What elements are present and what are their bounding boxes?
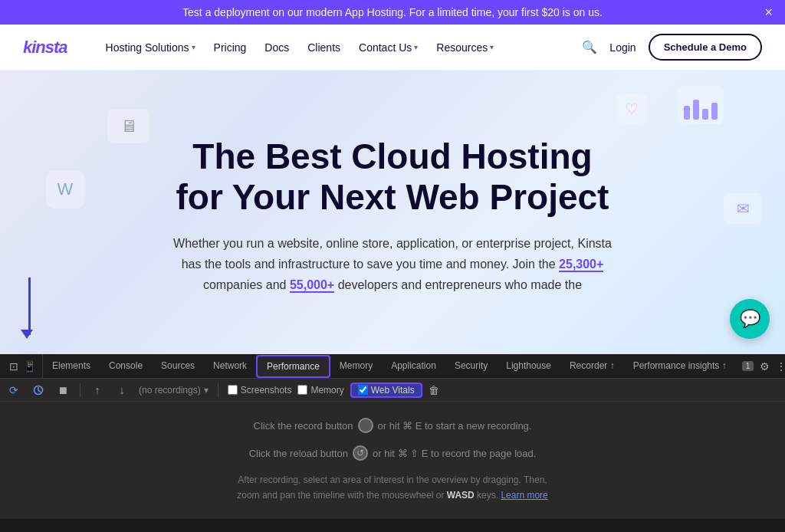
web-vitals-chip[interactable]: Web Vitals (350, 383, 422, 398)
hint-line3: After recording, select an area of inter… (238, 475, 547, 485)
devtools-tab-console[interactable]: Console (100, 356, 152, 377)
memory-checkbox-label[interactable]: Memory (297, 385, 343, 396)
banner-close-button[interactable]: × (764, 5, 773, 21)
devtools-top-icons: ⊡ 📱 (3, 354, 43, 378)
chevron-down-icon: ▾ (192, 43, 195, 51)
settings-icon[interactable]: ⚙ (760, 360, 770, 373)
chevron-down-icon: ▾ (490, 43, 494, 51)
nav-item-clients[interactable]: Clients (300, 35, 348, 60)
devtools-tab-elements[interactable]: Elements (43, 356, 100, 377)
devtools-badge: 1 (742, 361, 754, 371)
hint-text-1-start: Click the record button (254, 419, 353, 434)
hero-section: 🖥 W ♡ ✉ The Best Cloud Hosting for Your … (0, 71, 785, 354)
highlight-developers: 55,000+ (290, 278, 334, 293)
chevron-down-icon: ▾ (414, 43, 418, 51)
checkbox-group: Screenshots Memory Web Vitals 🗑 (228, 383, 439, 398)
nav-item-docs[interactable]: Docs (257, 35, 297, 60)
arrow-up-icon[interactable]: ↑ (90, 384, 105, 396)
hint-row-1: Click the record button or hit ⌘ E to st… (254, 418, 532, 433)
schedule-demo-button[interactable]: Schedule a Demo (649, 34, 762, 61)
web-vitals-checkbox[interactable] (358, 385, 368, 395)
devtools-tab-memory[interactable]: Memory (330, 356, 382, 377)
devtools-device-icon[interactable]: 📱 (23, 360, 36, 373)
dropdown-arrow-icon: ▾ (204, 385, 209, 396)
chat-bubble-button[interactable]: 💬 (730, 299, 770, 339)
devtools-tab-bar: ⊡ 📱 Elements Console Sources Network Per… (0, 354, 785, 379)
search-icon[interactable]: 🔍 (582, 40, 597, 54)
no-recordings-label: (no recordings) (139, 385, 201, 396)
record-button-hint-icon (358, 418, 373, 433)
screenshots-checkbox-label[interactable]: Screenshots (228, 385, 292, 396)
nav-item-resources[interactable]: Resources ▾ (429, 35, 501, 60)
arrow-head (21, 330, 33, 339)
nav-links: Hosting Solutions ▾ Pricing Docs Clients… (98, 35, 583, 60)
navbar: kinsta Hosting Solutions ▾ Pricing Docs … (0, 25, 785, 71)
nav-item-pricing[interactable]: Pricing (206, 35, 255, 60)
devtools-tab-performance-insights[interactable]: Performance insights ↑ (624, 356, 736, 377)
devtools-tab-performance[interactable]: Performance (256, 355, 330, 378)
devtools-tab-sources[interactable]: Sources (152, 356, 204, 377)
hint-text-2-end: or hit ⌘ ⇧ E to record the page load. (373, 446, 536, 461)
toolbar-separator-2 (218, 383, 218, 397)
wasd-key: WASD (447, 490, 475, 501)
memory-checkbox[interactable] (297, 385, 307, 395)
devtools-tab-application[interactable]: Application (382, 356, 445, 377)
hint-line4-start: zoom and pan the timeline with the mouse… (237, 490, 447, 501)
devtools-toolbar: ⟳ ⏹ ↑ ↓ (no recordings) ▾ Screenshots Me… (0, 379, 785, 402)
nav-item-hosting-solutions[interactable]: Hosting Solutions ▾ (98, 35, 203, 60)
nav-item-contact-us[interactable]: Contact Us ▾ (351, 35, 425, 60)
nav-actions: 🔍 Login Schedule a Demo (582, 34, 762, 61)
devtools-right-icons: 1 ⚙ ⋮ ✕ (736, 360, 785, 373)
recordings-dropdown[interactable]: (no recordings) ▾ (139, 385, 209, 396)
devtools-panel: ⊡ 📱 Elements Console Sources Network Per… (0, 354, 785, 519)
more-options-icon[interactable]: ⋮ (776, 360, 785, 373)
reload-button-hint-icon: ↺ (353, 445, 368, 461)
devtools-tab-lighthouse[interactable]: Lighthouse (497, 356, 560, 377)
wordpress-icon: W (46, 170, 84, 209)
devtools-tab-network[interactable]: Network (204, 356, 256, 377)
reload-and-record-button[interactable] (31, 385, 46, 396)
devtools-tab-security[interactable]: Security (445, 356, 497, 377)
monitor-icon: 🖥 (107, 109, 149, 143)
hero-description: Whether you run a website, online store,… (170, 233, 615, 296)
hero-heading: The Best Cloud Hosting for Your Next Web… (176, 136, 609, 218)
highlight-companies: 25,300+ (559, 258, 603, 272)
devtools-tab-recorder[interactable]: Recorder ↑ (560, 356, 624, 377)
memory-label: Memory (310, 385, 343, 396)
hint-text-1-end: or hit ⌘ E to start a new recording. (378, 419, 532, 434)
hint-text-2-start: Click the reload button (249, 446, 348, 461)
hint-row-2: Click the reload button ↺ or hit ⌘ ⇧ E t… (249, 445, 537, 461)
record-button[interactable]: ⟳ (6, 384, 21, 396)
devtools-main-area: Click the record button or hit ⌘ E to st… (0, 402, 785, 519)
chart-icon (678, 86, 724, 124)
email-icon: ✉ (724, 193, 762, 224)
arrow-line (28, 277, 31, 335)
toolbar-separator (80, 383, 80, 397)
learn-more-link[interactable]: Learn more (501, 490, 547, 501)
devtools-inspect-icon[interactable]: ⊡ (9, 360, 18, 373)
web-vitals-label: Web Vitals (371, 385, 415, 396)
delete-icon[interactable]: 🗑 (429, 384, 439, 396)
login-button[interactable]: Login (609, 41, 636, 54)
stop-button[interactable]: ⏹ (55, 384, 71, 396)
arrow-down-icon[interactable]: ↓ (114, 384, 130, 396)
screenshots-label: Screenshots (241, 385, 292, 396)
banner-text: Test a deployment on our modern App Host… (182, 6, 603, 18)
hint-line4-end: keys. (475, 490, 498, 501)
screenshots-checkbox[interactable] (228, 385, 238, 395)
heart-icon: ♡ (616, 94, 647, 124)
top-banner: Test a deployment on our modern App Host… (0, 0, 785, 25)
hint-paragraph: After recording, select an area of inter… (237, 473, 548, 502)
logo[interactable]: kinsta (23, 38, 67, 57)
